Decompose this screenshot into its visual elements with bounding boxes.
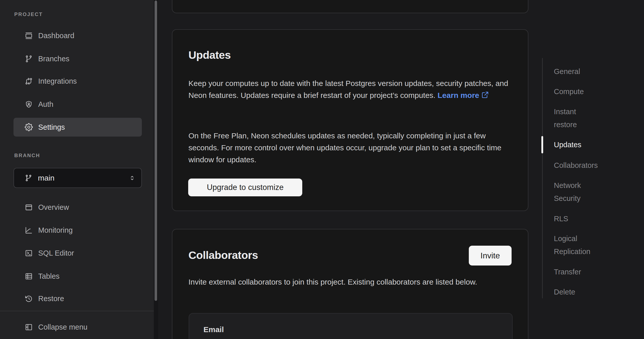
branch-icon bbox=[25, 174, 32, 182]
learn-more-link[interactable]: Learn more bbox=[437, 91, 489, 99]
integrations-icon bbox=[25, 77, 33, 85]
chevron-up-down-icon bbox=[129, 174, 136, 182]
neon-console-screen: PROJECT Dashboard Branches Integrations … bbox=[0, 0, 644, 339]
sidebar-item-label: Integrations bbox=[38, 77, 77, 85]
settings-nav-item-rls[interactable]: RLS bbox=[554, 212, 600, 225]
sidebar-item-label: SQL Editor bbox=[38, 249, 74, 257]
settings-nav-item-network-security[interactable]: Network Security bbox=[554, 179, 600, 205]
sidebar-item-label: Collapse menu bbox=[38, 323, 87, 331]
sidebar-item-monitoring[interactable]: Monitoring bbox=[25, 226, 73, 234]
sidebar-item-settings[interactable]: Settings bbox=[13, 118, 142, 137]
sidebar-item-overview[interactable]: Overview bbox=[25, 203, 69, 212]
collapse-menu-button[interactable]: Collapse menu bbox=[25, 323, 87, 331]
branch-selector-value: main bbox=[38, 174, 54, 182]
sidebar-scrollbar-track bbox=[154, 0, 158, 339]
settings-nav-item-transfer[interactable]: Transfer bbox=[554, 266, 600, 278]
settings-nav-active-indicator bbox=[541, 136, 543, 153]
settings-nav-item-delete[interactable]: Delete bbox=[554, 286, 600, 299]
sidebar-item-label: Branches bbox=[38, 55, 70, 63]
overview-icon bbox=[25, 203, 33, 211]
updates-paragraph-1: Keep your computes up to date with the l… bbox=[188, 77, 513, 101]
settings-nav-item-updates[interactable]: Updates bbox=[554, 138, 600, 151]
sidebar-item-label: Auth bbox=[38, 100, 53, 109]
monitoring-chart-icon bbox=[25, 226, 33, 234]
gear-icon bbox=[25, 123, 33, 131]
branch-selector[interactable]: main bbox=[13, 168, 142, 188]
sidebar-scrollbar-thumb[interactable] bbox=[155, 1, 157, 301]
terminal-icon bbox=[25, 249, 33, 257]
settings-nav-item-logical-replication[interactable]: Logical Replication bbox=[554, 232, 600, 258]
panel-collapse-icon bbox=[25, 323, 33, 331]
external-link-icon bbox=[481, 91, 489, 99]
dashboard-icon bbox=[25, 32, 33, 40]
sidebar-item-label: Monitoring bbox=[38, 226, 73, 234]
sidebar-item-integrations[interactable]: Integrations bbox=[25, 77, 77, 85]
sidebar-item-label: Overview bbox=[38, 203, 69, 212]
branch-icon bbox=[25, 55, 33, 63]
sidebar-item-restore[interactable]: Restore bbox=[25, 294, 64, 303]
project-section-label: PROJECT bbox=[14, 11, 43, 17]
sidebar-item-branches[interactable]: Branches bbox=[25, 55, 70, 63]
updates-paragraph-2: On the Free Plan, Neon schedules updates… bbox=[188, 130, 504, 166]
sidebar-item-tables[interactable]: Tables bbox=[25, 272, 60, 281]
collaborators-description: Invite external collaborators to join th… bbox=[188, 276, 484, 288]
collaborators-table: Email bbox=[189, 313, 513, 339]
settings-nav-item-compute[interactable]: Compute bbox=[554, 85, 600, 98]
updates-card: Updates Keep your computes up to date wi… bbox=[172, 29, 528, 211]
upgrade-to-customize-button[interactable]: Upgrade to customize bbox=[188, 179, 302, 196]
project-sidebar: PROJECT Dashboard Branches Integrations … bbox=[0, 0, 154, 339]
auth-shield-icon bbox=[25, 100, 33, 108]
sidebar-item-label: Dashboard bbox=[38, 32, 74, 40]
sidebar-item-label: Tables bbox=[38, 272, 60, 281]
invite-button[interactable]: Invite bbox=[469, 246, 512, 266]
settings-nav-item-general[interactable]: General bbox=[554, 65, 600, 78]
sidebar-item-label: Settings bbox=[38, 123, 65, 131]
sidebar-item-dashboard[interactable]: Dashboard bbox=[25, 32, 74, 40]
settings-nav-item-collaborators[interactable]: Collaborators bbox=[554, 159, 600, 172]
settings-nav-item-instant-restore[interactable]: Instant restore bbox=[554, 105, 600, 131]
sidebar-item-label: Restore bbox=[38, 294, 64, 303]
collaborators-card: Collaborators Invite Invite external col… bbox=[172, 229, 528, 339]
sidebar-item-sql-editor[interactable]: SQL Editor bbox=[25, 249, 74, 257]
branch-section-label: BRANCH bbox=[14, 153, 40, 158]
table-icon bbox=[25, 272, 33, 280]
sidebar-item-auth[interactable]: Auth bbox=[25, 100, 53, 109]
email-column-header: Email bbox=[203, 325, 224, 334]
collaborators-card-title: Collaborators bbox=[188, 249, 258, 261]
sidebar-divider bbox=[0, 311, 154, 311]
updates-card-title: Updates bbox=[188, 49, 231, 61]
restore-history-icon bbox=[25, 294, 33, 303]
settings-nav-rail bbox=[542, 58, 543, 298]
previous-settings-card bbox=[172, 0, 528, 13]
